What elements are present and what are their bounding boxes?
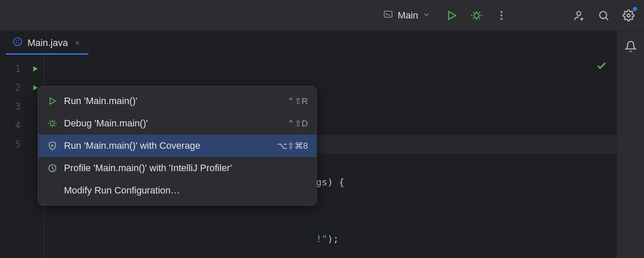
notifications-button[interactable]: [623, 39, 638, 54]
blank-icon: [47, 185, 58, 196]
menu-label: Run 'Main.main()': [64, 95, 281, 107]
bug-icon: [47, 118, 58, 129]
java-class-icon: C: [13, 37, 22, 49]
run-config-label: Main: [398, 10, 418, 21]
svg-point-5: [577, 11, 580, 15]
svg-text:C: C: [16, 39, 19, 44]
svg-point-1: [474, 13, 479, 18]
menu-label: Run 'Main.main()' with Coverage: [64, 140, 271, 151]
profiler-icon: [47, 163, 58, 174]
code-token: );: [328, 233, 339, 244]
main-toolbar: Main: [0, 0, 644, 31]
search-button[interactable]: [596, 8, 611, 23]
svg-point-2: [501, 11, 503, 13]
line-number: 1: [0, 59, 21, 78]
chevron-down-icon: [422, 11, 430, 20]
svg-point-6: [600, 11, 607, 18]
code-with-me-button[interactable]: [571, 8, 586, 23]
line-number: 3: [0, 97, 21, 116]
close-tab-button[interactable]: [73, 39, 82, 47]
menu-item-modify-config[interactable]: Modify Run Configuration…: [38, 179, 316, 202]
settings-button[interactable]: [621, 8, 636, 23]
menu-shortcut: ⌃⇧D: [287, 118, 308, 129]
menu-label: Modify Run Configuration…: [64, 185, 302, 196]
more-actions-button[interactable]: [494, 8, 509, 23]
update-available-dot: [633, 7, 637, 11]
menu-shortcut: ⌥⇧⌘8: [277, 141, 308, 151]
inspection-ok-icon[interactable]: [596, 60, 607, 73]
right-tool-rail: [617, 31, 644, 258]
gutter-run-line-1[interactable]: [26, 59, 44, 78]
menu-item-profile[interactable]: Profile 'Main.main()' with 'IntelliJ Pro…: [38, 157, 316, 179]
menu-item-debug[interactable]: Debug 'Main.main()' ⌃⇧D: [38, 112, 316, 135]
debug-button[interactable]: [469, 8, 484, 23]
run-button[interactable]: [444, 8, 459, 23]
menu-shortcut: ⌃⇧R: [287, 96, 308, 106]
code-token: !": [50, 233, 328, 244]
menu-label: Profile 'Main.main()' with 'IntelliJ Pro…: [64, 163, 302, 174]
svg-point-13: [50, 121, 54, 125]
editor-tab-bar: C Main.java: [0, 31, 644, 55]
editor-tab-main[interactable]: C Main.java: [6, 33, 88, 55]
svg-point-7: [627, 14, 630, 17]
line-number: 4: [0, 116, 21, 135]
line-number: 2: [0, 78, 21, 97]
line-number-gutter: 1 2 3 4 5: [0, 55, 26, 258]
line-number: 5: [0, 135, 21, 154]
shield-play-icon: [47, 140, 58, 151]
menu-item-run-coverage[interactable]: Run 'Main.main()' with Coverage ⌥⇧⌘8: [38, 135, 316, 157]
play-icon: [47, 95, 58, 107]
svg-point-4: [501, 18, 503, 20]
menu-label: Debug 'Main.main()': [64, 118, 281, 129]
menu-item-run[interactable]: Run 'Main.main()' ⌃⇧R: [38, 90, 316, 112]
svg-rect-0: [384, 11, 392, 17]
svg-point-3: [501, 14, 503, 16]
terminal-icon: [383, 9, 393, 22]
run-config-selector[interactable]: Main: [379, 7, 434, 24]
tab-filename: Main.java: [27, 37, 68, 49]
gutter-context-menu: Run 'Main.main()' ⌃⇧R Debug 'Main.main()…: [38, 86, 317, 206]
